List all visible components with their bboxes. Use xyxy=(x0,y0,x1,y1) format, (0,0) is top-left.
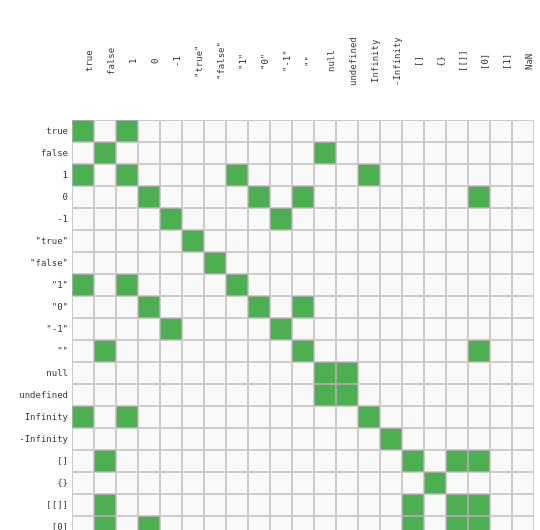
row-header-15: [] xyxy=(0,450,72,472)
cell-2-4 xyxy=(160,164,182,186)
cell-2-5 xyxy=(182,164,204,186)
cell-0-20 xyxy=(512,120,534,142)
cell-16-7 xyxy=(226,472,248,494)
cell-3-8 xyxy=(248,186,270,208)
cell-16-16 xyxy=(424,472,446,494)
cell-18-19 xyxy=(490,516,512,530)
cell-0-1 xyxy=(94,120,116,142)
cell-7-13 xyxy=(358,274,380,296)
cell-4-19 xyxy=(490,208,512,230)
cell-16-11 xyxy=(314,472,336,494)
cell-3-0 xyxy=(72,186,94,208)
cell-8-17 xyxy=(446,296,468,318)
cell-17-7 xyxy=(226,494,248,516)
grid-row-11 xyxy=(72,362,534,384)
col-headers: truefalse10-1"true""false""1""0""-1"""nu… xyxy=(72,0,534,120)
cell-11-3 xyxy=(138,362,160,384)
cell-18-10 xyxy=(292,516,314,530)
cell-16-15 xyxy=(402,472,424,494)
cell-7-12 xyxy=(336,274,358,296)
main-container: truefalse10-1"true""false""1""0""-1"""nu… xyxy=(0,0,540,530)
cell-16-14 xyxy=(380,472,402,494)
cell-8-16 xyxy=(424,296,446,318)
cell-13-18 xyxy=(468,406,490,428)
cell-8-15 xyxy=(402,296,424,318)
cell-14-7 xyxy=(226,428,248,450)
cell-16-2 xyxy=(116,472,138,494)
cell-4-16 xyxy=(424,208,446,230)
cell-15-3 xyxy=(138,450,160,472)
cell-10-0 xyxy=(72,340,94,362)
row-header-16: {} xyxy=(0,472,72,494)
row-header-2: 1 xyxy=(0,164,72,186)
cell-7-14 xyxy=(380,274,402,296)
row-header-6: "false" xyxy=(0,252,72,274)
cell-6-1 xyxy=(94,252,116,274)
cell-7-19 xyxy=(490,274,512,296)
cell-17-10 xyxy=(292,494,314,516)
cell-2-2 xyxy=(116,164,138,186)
cell-3-20 xyxy=(512,186,534,208)
cell-8-14 xyxy=(380,296,402,318)
cell-13-15 xyxy=(402,406,424,428)
cell-18-18 xyxy=(468,516,490,530)
cell-18-4 xyxy=(160,516,182,530)
cell-13-19 xyxy=(490,406,512,428)
cell-18-13 xyxy=(358,516,380,530)
cell-12-16 xyxy=(424,384,446,406)
top-section: truefalse10-1"true""false""1""0""-1"""nu… xyxy=(0,0,540,120)
cell-8-13 xyxy=(358,296,380,318)
cell-8-19 xyxy=(490,296,512,318)
cell-18-3 xyxy=(138,516,160,530)
cell-16-10 xyxy=(292,472,314,494)
grid-row-17 xyxy=(72,494,534,516)
cell-18-7 xyxy=(226,516,248,530)
cell-12-3 xyxy=(138,384,160,406)
cell-12-5 xyxy=(182,384,204,406)
cell-10-3 xyxy=(138,340,160,362)
cell-7-9 xyxy=(270,274,292,296)
cell-17-13 xyxy=(358,494,380,516)
cell-2-10 xyxy=(292,164,314,186)
cell-7-4 xyxy=(160,274,182,296)
cell-18-20 xyxy=(512,516,534,530)
row-header-13: Infinity xyxy=(0,406,72,428)
cell-1-2 xyxy=(116,142,138,164)
cell-16-17 xyxy=(446,472,468,494)
col-header-14: -Infinity xyxy=(380,0,402,120)
cell-17-20 xyxy=(512,494,534,516)
col-header-3: 0 xyxy=(138,0,160,120)
row-header-9: "-1" xyxy=(0,318,72,340)
cell-2-15 xyxy=(402,164,424,186)
cell-0-9 xyxy=(270,120,292,142)
cell-9-8 xyxy=(248,318,270,340)
cell-10-13 xyxy=(358,340,380,362)
cell-5-0 xyxy=(72,230,94,252)
col-header-17: [[]] xyxy=(446,0,468,120)
cell-8-12 xyxy=(336,296,358,318)
cell-11-9 xyxy=(270,362,292,384)
cell-13-0 xyxy=(72,406,94,428)
cell-8-5 xyxy=(182,296,204,318)
cell-11-5 xyxy=(182,362,204,384)
cell-14-3 xyxy=(138,428,160,450)
cell-9-13 xyxy=(358,318,380,340)
col-header-11: null xyxy=(314,0,336,120)
cell-17-8 xyxy=(248,494,270,516)
cell-9-14 xyxy=(380,318,402,340)
cell-15-2 xyxy=(116,450,138,472)
cell-14-6 xyxy=(204,428,226,450)
cell-1-9 xyxy=(270,142,292,164)
cell-14-8 xyxy=(248,428,270,450)
cell-17-18 xyxy=(468,494,490,516)
cell-3-17 xyxy=(446,186,468,208)
cell-17-14 xyxy=(380,494,402,516)
cell-10-11 xyxy=(314,340,336,362)
grid-row-13 xyxy=(72,406,534,428)
cell-11-2 xyxy=(116,362,138,384)
cell-15-20 xyxy=(512,450,534,472)
cell-4-1 xyxy=(94,208,116,230)
cell-5-2 xyxy=(116,230,138,252)
cell-11-6 xyxy=(204,362,226,384)
cell-5-4 xyxy=(160,230,182,252)
